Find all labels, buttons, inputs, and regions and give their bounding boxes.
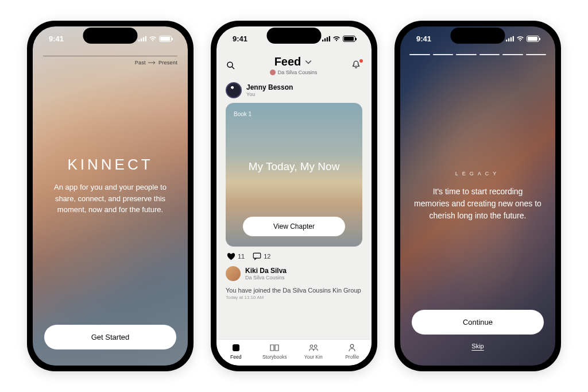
post-author-relation: You [246, 91, 293, 97]
svg-rect-5 [322, 40, 323, 41]
view-chapter-button[interactable]: View Chapter [243, 217, 346, 236]
svg-rect-0 [138, 40, 140, 41]
legacy-body: It's time to start recording memories an… [414, 186, 541, 222]
group-name: Da Silva Cousins [278, 70, 318, 75]
feed-title-dropdown[interactable]: Feed [274, 55, 313, 68]
story-title: My Today, My Now [234, 160, 354, 173]
past-label: Past [135, 60, 146, 66]
status-time: 9:41 [416, 34, 431, 43]
device-notch [83, 28, 138, 44]
comment-icon [253, 252, 261, 260]
battery-icon [527, 36, 539, 42]
svg-rect-12 [233, 344, 239, 351]
svg-point-13 [310, 345, 313, 348]
tab-feed[interactable]: Feed [216, 343, 256, 360]
battery-icon [343, 36, 355, 42]
svg-rect-7 [327, 37, 328, 41]
story-card[interactable]: Book 1 My Today, My Now View Chapter [226, 103, 362, 247]
status-icons [506, 34, 539, 43]
get-started-button[interactable]: Get Started [44, 325, 176, 349]
chevron-down-icon [304, 58, 312, 66]
status-icons [322, 34, 355, 43]
storybooks-icon [269, 343, 280, 352]
avatar [226, 82, 242, 98]
svg-rect-19 [513, 36, 514, 41]
feed-group-selector[interactable]: Da Silva Cousins [270, 70, 318, 75]
like-button[interactable]: 11 [227, 252, 245, 260]
present-label: Present [158, 60, 177, 66]
svg-rect-17 [508, 39, 509, 41]
svg-rect-16 [506, 40, 507, 41]
wifi-icon [149, 36, 157, 42]
joined-timestamp: Today at 11:10 AM [216, 294, 372, 301]
phone-welcome: 9:41 Past Present KINNECT An app for you… [27, 21, 194, 371]
feed-title-label: Feed [274, 55, 301, 68]
phone-feed: 9:41 Feed Da Silva Cousins [211, 21, 377, 371]
kin-icon [308, 343, 319, 352]
legacy-eyebrow: LEGACY [414, 171, 541, 176]
status-icons [138, 34, 172, 43]
signal-icon [322, 36, 330, 42]
legacy-screen: 9:41 LEGACY It's time to start recording… [400, 26, 555, 366]
svg-point-14 [314, 345, 317, 348]
continue-button[interactable]: Continue [412, 310, 544, 335]
svg-rect-18 [510, 37, 512, 41]
status-time: 9:41 [233, 34, 247, 43]
post-author-row[interactable]: Jenny Besson You [226, 82, 362, 98]
wifi-icon [332, 36, 341, 42]
device-notch [267, 28, 322, 44]
signal-icon [506, 36, 514, 42]
feed-icon [231, 343, 241, 352]
book-label: Book 1 [234, 111, 354, 117]
svg-rect-6 [324, 39, 326, 41]
profile-icon [347, 343, 357, 352]
notification-dot [359, 59, 363, 63]
svg-rect-1 [141, 39, 142, 41]
avatar [226, 266, 241, 281]
joined-text: You have joined the Da Silva Cousins Kin… [216, 283, 372, 294]
svg-rect-2 [143, 37, 144, 41]
like-count: 11 [238, 253, 245, 260]
tab-your-kin[interactable]: Your Kin [294, 343, 333, 360]
device-notch [451, 28, 505, 44]
welcome-screen: 9:41 Past Present KINNECT An app for you… [33, 26, 188, 366]
search-icon[interactable] [226, 60, 236, 71]
svg-line-10 [232, 67, 234, 69]
comment-button[interactable]: 12 [253, 252, 270, 260]
post-author-name: Kiki Da Silva [245, 267, 287, 275]
phone-legacy: 9:41 LEGACY It's time to start recording… [394, 21, 561, 371]
post-author-name: Jenny Besson [246, 83, 293, 91]
tab-label: Storybooks [262, 354, 287, 360]
battery-icon [159, 36, 172, 42]
status-time: 9:41 [49, 34, 64, 43]
heart-icon [227, 252, 235, 260]
svg-point-9 [227, 62, 233, 67]
story-progress-bar [409, 54, 546, 55]
app-title: KINNECT [44, 156, 176, 174]
svg-rect-3 [145, 36, 146, 41]
tab-label: Profile [345, 354, 359, 360]
app-subtitle: An app for you and your people to share,… [44, 182, 176, 216]
group-avatar-icon [270, 70, 276, 75]
arrow-right-icon [148, 61, 156, 64]
post-author-row[interactable]: Kiki Da Silva Da Silva Cousins [226, 266, 362, 281]
tab-profile[interactable]: Profile [333, 343, 372, 360]
svg-rect-11 [254, 253, 261, 258]
svg-rect-8 [329, 36, 330, 41]
tab-label: Your Kin [304, 354, 323, 360]
timeline-toggle: Past Present [43, 52, 177, 66]
tab-bar: Feed Storybooks Your Kin Profile [216, 339, 372, 366]
comment-count: 12 [264, 253, 270, 260]
svg-point-15 [350, 344, 354, 348]
wifi-icon [516, 36, 524, 42]
post-author-group: Da Silva Cousins [245, 275, 287, 280]
tab-label: Feed [230, 354, 241, 360]
signal-icon [138, 36, 146, 42]
tab-storybooks[interactable]: Storybooks [256, 343, 295, 360]
skip-link[interactable]: Skip [471, 343, 483, 349]
feed-screen: 9:41 Feed Da Silva Cousins [216, 26, 372, 366]
notifications-button[interactable] [351, 60, 362, 71]
